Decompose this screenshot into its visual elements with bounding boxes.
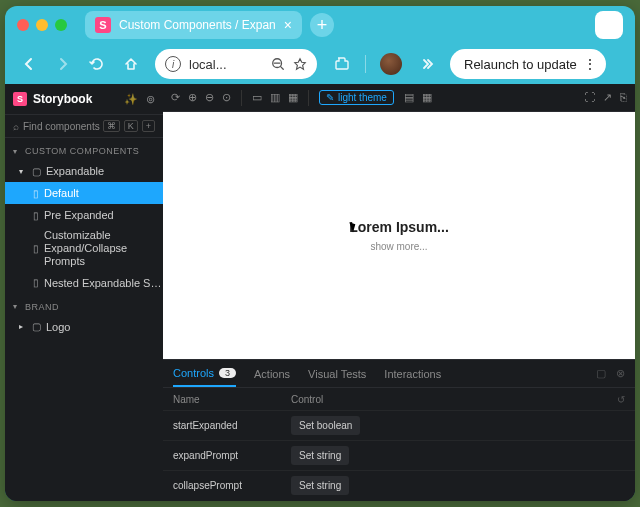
plus-icon: + [142,120,155,132]
grid-icon[interactable]: ▥ [270,91,280,104]
section-label: BRAND [25,302,59,312]
relaunch-button[interactable]: Relaunch to update ⋮ [450,49,606,79]
info-icon[interactable]: i [165,56,181,72]
open-icon[interactable]: ↗ [603,91,612,104]
addons-panel: Controls 3 Actions Visual Tests Interact… [163,359,635,501]
tree-item-nested-expandable[interactable]: ▯ Nested Expandable Sections [5,272,163,294]
addon-tabs: Controls 3 Actions Visual Tests Interact… [163,360,635,388]
story-icon: ▯ [33,188,39,199]
fullscreen-icon[interactable]: ⛶ [584,91,595,104]
address-bar[interactable]: i local... [155,49,317,79]
browser-tab[interactable]: S Custom Components / Expan × [85,11,302,39]
window-minimize-icon[interactable] [36,19,48,31]
controls-count-badge: 3 [219,368,236,378]
settings-icon[interactable]: ⊚ [146,93,155,106]
set-boolean-button[interactable]: Set boolean [291,416,360,435]
separator [365,55,366,73]
story-canvas: Lorem Ipsum... show more... [163,112,635,359]
control-row: expandPrompt Set string [163,440,635,470]
zoom-icon[interactable] [271,57,285,71]
set-string-button[interactable]: Set string [291,446,349,465]
control-name: expandPrompt [173,450,291,461]
tab-controls[interactable]: Controls 3 [173,360,236,387]
panel-close-icon[interactable]: ⊗ [616,367,625,380]
tab-interactions[interactable]: Interactions [384,360,441,387]
set-string-button[interactable]: Set string [291,476,349,495]
relaunch-label: Relaunch to update [464,57,577,72]
tree-item-expandable[interactable]: ▾ ▢ Expandable [5,160,163,182]
chevron-down-icon: ▾ [19,167,27,176]
browser-toolbar: i local... Relaunch to update ⋮ [5,44,635,84]
panel-expand-icon[interactable]: ▢ [596,367,606,380]
wand-icon[interactable]: ✨ [124,93,138,106]
window-close-icon[interactable] [17,19,29,31]
viewport-icon[interactable]: ▭ [252,91,262,104]
tree-item-pre-expanded[interactable]: ▯ Pre Expanded [5,204,163,226]
traffic-lights [17,19,67,31]
measure-icon[interactable]: ▦ [288,91,298,104]
show-more-link[interactable]: show more... [370,241,427,252]
search-input[interactable]: ⌕ Find components ⌘ K + [5,114,163,138]
section-brand[interactable]: ▾ BRAND [5,294,163,316]
canvas-toolbar: ⟳ ⊕ ⊖ ⊙ ▭ ▥ ▦ ✎ light theme ▤ [163,84,635,112]
storybook-logo[interactable]: S Storybook [13,92,92,106]
column-control: Control [291,394,617,405]
tree-item-customizable-prompts[interactable]: ▯ Customizable Expand/Collapse Prompts [5,226,163,272]
link-icon[interactable]: ⎘ [620,91,627,104]
tab-title: Custom Components / Expan [119,18,276,32]
sidebar-header-actions: ✨ ⊚ [124,93,155,106]
overflow-button[interactable] [416,54,436,74]
outline-icon[interactable]: ▦ [422,91,432,104]
control-row: startExpanded Set boolean [163,410,635,440]
canvas-zoom-controls: ⟳ ⊕ ⊖ ⊙ [171,91,231,104]
tab-visual-tests[interactable]: Visual Tests [308,360,366,387]
section-label: CUSTOM COMPONENTS [25,146,139,156]
column-name: Name [173,394,291,405]
controls-header: Name Control ↺ [163,388,635,410]
back-button[interactable] [19,54,39,74]
tree-item-logo[interactable]: ▸ ▢ Logo [5,316,163,338]
story-heading: Lorem Ipsum... [349,219,449,235]
story-icon: ▯ [33,210,39,221]
browser-window: S Custom Components / Expan × + i local.… [5,6,635,501]
window-maximize-icon[interactable] [55,19,67,31]
star-icon[interactable] [293,57,307,71]
search-shortcut: ⌘ K + [103,120,155,132]
component-icon: ▢ [32,321,41,332]
storybook-icon: S [13,92,27,106]
new-tab-button[interactable]: + [310,13,334,37]
component-icon: ▢ [32,166,41,177]
tree-item-default[interactable]: ▯ Default [5,182,163,204]
chevron-down-icon: ▾ [13,147,21,156]
home-button[interactable] [121,54,141,74]
profile-avatar[interactable] [380,53,402,75]
menu-icon: ⋮ [583,56,596,72]
story-icon: ▯ [33,243,39,254]
search-placeholder: Find components [23,121,100,132]
sync-icon[interactable]: ⟳ [171,91,180,104]
storybook-name: Storybook [33,92,92,106]
zoom-out-icon[interactable]: ⊖ [205,91,214,104]
background-icon[interactable]: ▤ [404,91,414,104]
control-row: collapsePrompt Set string [163,470,635,500]
theme-selector[interactable]: ✎ light theme [319,90,394,105]
forward-button[interactable] [53,54,73,74]
chevron-right-icon: ▸ [19,322,27,331]
close-icon[interactable]: × [284,17,292,33]
zoom-reset-icon[interactable]: ⊙ [222,91,231,104]
section-custom-components[interactable]: ▾ CUSTOM COMPONENTS [5,138,163,160]
separator [308,90,309,106]
separator [241,90,242,106]
address-text: local... [189,57,263,72]
reset-icon[interactable]: ↺ [617,394,625,405]
reload-button[interactable] [87,54,107,74]
search-icon: ⌕ [13,121,19,132]
controls-rows: startExpanded Set boolean expandPrompt S… [163,410,635,501]
extensions-button[interactable] [331,54,351,74]
favicon-icon: S [95,17,111,33]
tab-actions[interactable]: Actions [254,360,290,387]
story-icon: ▯ [33,277,39,288]
main-area: ⟳ ⊕ ⊖ ⊙ ▭ ▥ ▦ ✎ light theme ▤ [163,84,635,501]
window-control-button[interactable] [595,11,623,39]
zoom-in-icon[interactable]: ⊕ [188,91,197,104]
